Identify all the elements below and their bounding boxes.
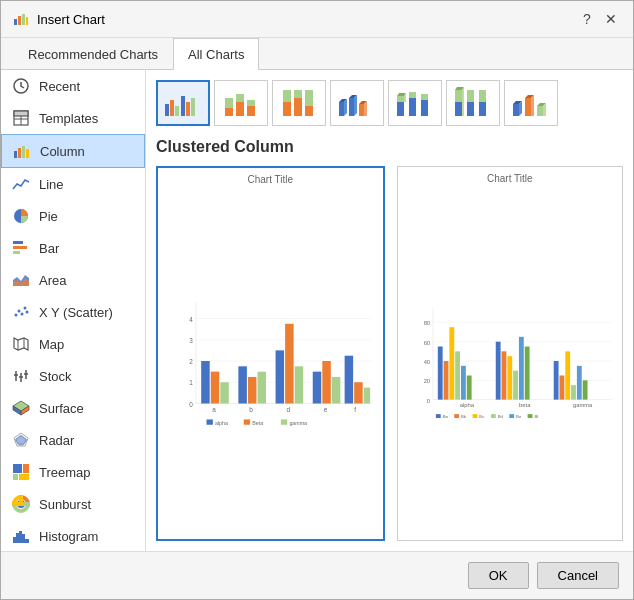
chart-type-3d-clustered[interactable] [330, 80, 384, 126]
help-button[interactable]: ? [577, 9, 597, 29]
sidebar-item-radar[interactable]: Radar [1, 424, 145, 456]
svg-rect-112 [513, 104, 519, 116]
svg-rect-183 [524, 347, 529, 400]
svg-rect-42 [19, 531, 22, 543]
chart-type-stacked-column[interactable] [214, 80, 268, 126]
chart-preview-1[interactable]: Chart Title 0 1 2 3 4 [156, 166, 385, 541]
svg-rect-2 [22, 14, 25, 25]
svg-rect-150 [354, 382, 363, 403]
close-button[interactable]: ✕ [601, 9, 621, 29]
sidebar-item-sunburst[interactable]: Sunburst [1, 488, 145, 520]
svg-rect-14 [13, 241, 23, 244]
svg-point-20 [18, 310, 21, 313]
sidebar-item-surface[interactable]: Surface [1, 392, 145, 424]
svg-rect-84 [294, 98, 302, 116]
svg-rect-143 [276, 350, 285, 403]
svg-rect-187 [571, 385, 576, 399]
sidebar-label-line: Line [39, 177, 64, 192]
sidebar-label-templates: Templates [39, 111, 98, 126]
scatter-icon [11, 302, 31, 322]
svg-rect-0 [14, 19, 17, 25]
sidebar-label-map: Map [39, 337, 64, 352]
svg-rect-78 [236, 102, 244, 116]
svg-rect-147 [322, 361, 331, 404]
svg-rect-182 [518, 337, 523, 400]
sidebar-item-column[interactable]: Column [1, 134, 145, 168]
svg-text:a: a [212, 406, 216, 413]
content-area: Recent Templates [1, 70, 633, 551]
svg-rect-6 [14, 111, 28, 116]
sidebar-item-line[interactable]: Line [1, 168, 145, 200]
sidebar-label-treemap: Treemap [39, 465, 91, 480]
tab-all-charts[interactable]: All Charts [173, 38, 259, 70]
svg-rect-69 [165, 104, 169, 116]
svg-rect-196 [490, 414, 495, 418]
svg-text:b: b [249, 406, 253, 413]
chart-preview-1-title: Chart Title [164, 174, 377, 185]
svg-rect-37 [13, 474, 18, 480]
svg-rect-138 [211, 372, 220, 404]
chart-type-3d-100-stacked[interactable] [446, 80, 500, 126]
svg-rect-74 [191, 98, 195, 116]
svg-rect-104 [455, 102, 462, 116]
svg-rect-177 [466, 375, 471, 399]
svg-rect-103 [421, 94, 428, 100]
cancel-button[interactable]: Cancel [537, 562, 619, 589]
svg-rect-15 [13, 246, 27, 249]
footer: OK Cancel [1, 551, 633, 599]
svg-rect-82 [283, 102, 291, 116]
svg-rect-44 [25, 539, 29, 543]
svg-rect-12 [26, 149, 29, 158]
chart-type-3d-stacked[interactable] [388, 80, 442, 126]
svg-rect-144 [285, 324, 294, 404]
svg-rect-81 [283, 90, 291, 102]
sidebar-label-surface: Surface [39, 401, 84, 416]
ok-button[interactable]: OK [468, 562, 529, 589]
sidebar-item-map[interactable]: Map [1, 328, 145, 360]
sidebar-label-column: Column [40, 144, 85, 159]
svg-rect-70 [170, 100, 174, 116]
radar-icon [11, 430, 31, 450]
svg-text:Bb: Bb [460, 414, 466, 419]
svg-text:Bf: Bf [534, 414, 539, 419]
svg-rect-148 [332, 377, 341, 404]
svg-rect-72 [181, 96, 185, 116]
svg-rect-40 [13, 537, 16, 543]
svg-text:0: 0 [189, 401, 193, 408]
sidebar-item-templates[interactable]: Templates [1, 102, 145, 134]
chart-type-clustered-column[interactable] [156, 80, 210, 126]
svg-rect-87 [339, 102, 344, 116]
svg-rect-188 [576, 366, 581, 400]
map-icon [11, 334, 31, 354]
sidebar-item-recent[interactable]: Recent [1, 70, 145, 102]
tab-recommended[interactable]: Recommended Charts [13, 38, 173, 70]
svg-rect-118 [537, 106, 543, 116]
column-icon [12, 141, 32, 161]
chart-preview-2[interactable]: Chart Title 0 20 40 60 80 [397, 166, 624, 541]
svg-text:Bd: Bd [497, 414, 503, 419]
sidebar-item-pie[interactable]: Pie [1, 200, 145, 232]
sidebar-item-stock[interactable]: Stock [1, 360, 145, 392]
svg-text:0: 0 [426, 398, 429, 404]
svg-rect-108 [467, 102, 474, 116]
chart-type-3d-column[interactable] [504, 80, 558, 126]
svg-text:2: 2 [189, 358, 193, 365]
svg-text:3: 3 [189, 337, 193, 344]
svg-rect-3 [26, 17, 28, 25]
sidebar-label-area: Area [39, 273, 66, 288]
svg-rect-154 [244, 419, 250, 424]
svg-point-23 [26, 311, 29, 314]
sidebar-item-area[interactable]: Area [1, 264, 145, 296]
svg-text:Beta: Beta [252, 420, 263, 426]
svg-marker-92 [354, 95, 357, 116]
sidebar-item-bar[interactable]: Bar [1, 232, 145, 264]
svg-rect-156 [281, 419, 287, 424]
svg-rect-16 [13, 251, 20, 254]
svg-rect-101 [409, 92, 416, 98]
sidebar-item-histogram[interactable]: Histogram [1, 520, 145, 551]
svg-rect-189 [582, 380, 587, 399]
svg-rect-151 [364, 388, 370, 404]
chart-type-100-stacked-column[interactable] [272, 80, 326, 126]
sidebar-item-treemap[interactable]: Treemap [1, 456, 145, 488]
sidebar-item-scatter[interactable]: X Y (Scatter) [1, 296, 145, 328]
